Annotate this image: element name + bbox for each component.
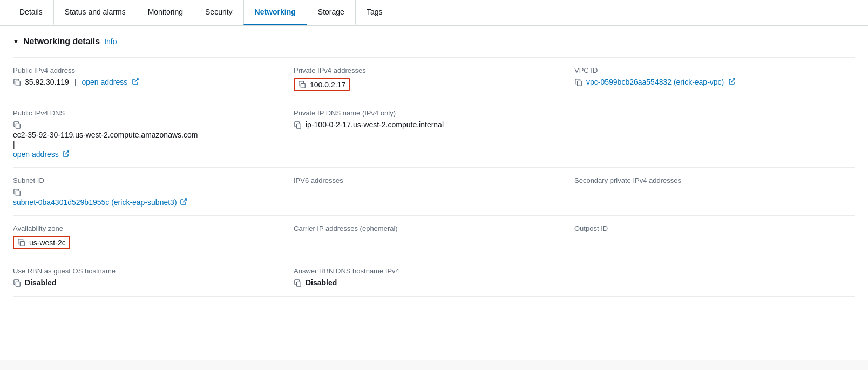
svg-line-1 (135, 79, 138, 82)
use-rbn-value: Disabled (25, 278, 56, 287)
value-az: us-west-2c (13, 236, 285, 249)
private-ipv4-value: 100.0.2.17 (310, 80, 345, 89)
copy-subnet-icon[interactable] (13, 188, 22, 197)
cell-private-dns: Private IP DNS name (IPv4 only) ip-100-0… (294, 100, 574, 168)
value-answer-rbn: Disabled (294, 278, 566, 287)
label-carrier-ip: Carrier IP addresses (ephemeral) (294, 224, 566, 232)
tab-details[interactable]: Details (9, 0, 53, 25)
ext-link-icon-vpc (728, 78, 736, 85)
tab-bar: Details Status and alarms Monitoring Sec… (0, 0, 868, 26)
svg-rect-5 (16, 124, 20, 128)
svg-rect-8 (16, 191, 20, 196)
cell-az: Availability zone us-west-2c (13, 216, 294, 258)
copy-private-ipv4-icon[interactable] (298, 80, 307, 89)
cell-use-rbn: Use RBN as guest OS hostname Disabled (13, 258, 294, 297)
private-dns-value: ip-100-0-2-17.us-west-2.compute.internal (306, 120, 444, 129)
label-az: Availability zone (13, 224, 285, 232)
main-content: ▼ Networking details Info Public IPv4 ad… (0, 26, 868, 360)
value-private-ipv4: 100.0.2.17 (294, 78, 566, 91)
tab-security[interactable]: Security (194, 0, 243, 25)
svg-rect-12 (296, 282, 301, 286)
label-use-rbn: Use RBN as guest OS hostname (13, 267, 285, 275)
copy-az-icon[interactable] (17, 238, 26, 247)
value-ipv6: – (294, 188, 566, 196)
svg-rect-10 (20, 241, 24, 246)
ext-link-icon-dns (62, 150, 70, 157)
svg-rect-0 (16, 81, 20, 86)
value-public-dns: ec2-35-92-30-119.us-west-2.compute.amazo… (13, 120, 285, 159)
svg-rect-7 (296, 124, 301, 128)
value-public-ipv4: 35.92.30.119 | open address (13, 78, 285, 87)
label-secondary-private-ipv4: Secondary private IPv4 addresses (574, 176, 855, 184)
value-private-dns: ip-100-0-2-17.us-west-2.compute.internal (294, 120, 566, 129)
cell-private-ipv4: Private IPv4 addresses 100.0.2.17 (294, 58, 574, 100)
svg-rect-2 (301, 83, 305, 88)
value-use-rbn: Disabled (13, 278, 285, 287)
copy-public-dns-icon[interactable] (13, 121, 22, 129)
open-dns-link[interactable]: open address (13, 150, 59, 159)
highlighted-az: us-west-2c (13, 236, 70, 249)
public-dns-value: ec2-35-92-30-119.us-west-2.compute.amazo… (13, 131, 198, 139)
cell-carrier-ip: Carrier IP addresses (ephemeral) – (294, 216, 574, 258)
open-public-ipv4-link[interactable]: open address (82, 78, 127, 86)
cell-outpost-id: Outpost ID – (574, 216, 855, 258)
tab-monitoring[interactable]: Monitoring (137, 0, 194, 25)
info-link[interactable]: Info (104, 37, 117, 46)
cell-empty-row5-col3 (574, 258, 855, 297)
cell-ipv6: IPV6 addresses – (294, 168, 574, 216)
cell-public-ipv4: Public IPv4 address 35.92.30.119 | open … (13, 58, 294, 100)
tab-storage[interactable]: Storage (307, 0, 355, 25)
label-private-dns: Private IP DNS name (IPv4 only) (294, 109, 566, 117)
svg-line-4 (731, 79, 735, 82)
copy-private-dns-icon[interactable] (294, 121, 302, 129)
value-secondary-private-ipv4: – (574, 188, 855, 196)
label-public-ipv4: Public IPv4 address (13, 66, 285, 74)
details-grid: Public IPv4 address 35.92.30.119 | open … (13, 57, 855, 297)
svg-line-6 (65, 151, 69, 154)
cell-vpc-id: VPC ID vpc-0599bcb26aa554832 (erick-eap-… (574, 58, 855, 100)
secondary-ipv4-value: – (574, 188, 579, 196)
value-vpc-id: vpc-0599bcb26aa554832 (erick-eap-vpc) (574, 78, 855, 87)
svg-rect-3 (577, 81, 581, 86)
section-title: Networking details (23, 37, 100, 46)
copy-vpc-icon[interactable] (574, 78, 583, 87)
tab-networking[interactable]: Networking (243, 0, 307, 25)
copy-use-rbn-icon[interactable] (13, 279, 22, 287)
highlighted-private-ipv4: 100.0.2.17 (294, 78, 350, 91)
copy-answer-rbn-icon[interactable] (294, 279, 302, 287)
cell-secondary-private-ipv4-2: Secondary private IPv4 addresses – (574, 168, 855, 216)
label-ipv6: IPV6 addresses (294, 176, 566, 184)
answer-rbn-value: Disabled (306, 278, 337, 287)
public-ipv4-value: 35.92.30.119 (25, 78, 69, 86)
svg-rect-11 (16, 282, 20, 286)
tab-status-alarms[interactable]: Status and alarms (53, 0, 137, 25)
cell-secondary-private-ipv4 (574, 100, 855, 168)
label-subnet-id: Subnet ID (13, 176, 285, 184)
value-subnet-id: subnet-0ba4301d529b1955c (erick-eap-subn… (13, 188, 285, 207)
az-value: us-west-2c (29, 238, 66, 247)
vpc-id-link[interactable]: vpc-0599bcb26aa554832 (erick-eap-vpc) (586, 78, 724, 86)
svg-line-9 (183, 199, 186, 202)
ipv6-value: – (294, 188, 298, 196)
label-private-ipv4: Private IPv4 addresses (294, 66, 566, 74)
label-outpost-id: Outpost ID (574, 224, 855, 232)
section-header: ▼ Networking details Info (13, 37, 855, 46)
value-outpost-id: – (574, 236, 855, 244)
tab-tags[interactable]: Tags (355, 0, 394, 25)
subnet-id-link[interactable]: subnet-0ba4301d529b1955c (erick-eap-subn… (13, 198, 177, 207)
label-public-dns: Public IPv4 DNS (13, 109, 285, 117)
cell-public-dns: Public IPv4 DNS ec2-35-92-30-119.us-west… (13, 100, 294, 168)
cell-subnet-id: Subnet ID subnet-0ba4301d529b1955c (eric… (13, 168, 294, 216)
cell-answer-rbn: Answer RBN DNS hostname IPv4 Disabled (294, 258, 574, 297)
pipe-sep: | (74, 78, 77, 86)
label-vpc-id: VPC ID (574, 66, 855, 74)
carrier-ip-value: – (294, 236, 298, 244)
copy-public-ipv4-icon[interactable] (13, 78, 22, 87)
ext-link-icon-subnet (180, 198, 187, 205)
ext-link-icon-public (132, 78, 139, 85)
collapse-triangle[interactable]: ▼ (13, 38, 19, 45)
outpost-id-value: – (574, 236, 579, 244)
value-carrier-ip: – (294, 236, 566, 244)
label-answer-rbn: Answer RBN DNS hostname IPv4 (294, 267, 566, 275)
